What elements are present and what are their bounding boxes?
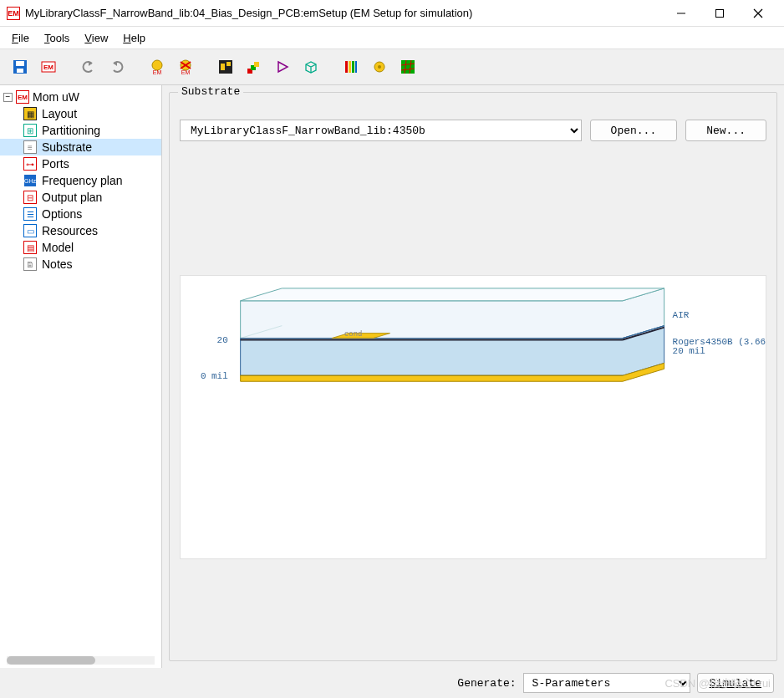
menu-help[interactable]: Help <box>116 29 152 47</box>
tree-root[interactable]: − EM Mom uW <box>0 89 161 105</box>
content-area: − EM Mom uW ▦Layout⊞Partitioning≡Substra… <box>0 85 784 668</box>
simulate-button[interactable]: Simulate <box>697 673 774 693</box>
menubar: File Tools View Help <box>0 27 784 48</box>
tree-collapse-icon[interactable]: − <box>3 93 13 102</box>
generate-select[interactable]: S-Parameters <box>523 673 690 693</box>
layers-tool-icon[interactable] <box>242 55 266 79</box>
sidebar-item-resources[interactable]: ▭Resources <box>0 222 161 239</box>
sidebar-item-label: Model <box>42 241 74 254</box>
partitioning-icon: ⊞ <box>23 124 37 137</box>
sidebar-item-label: Output plan <box>42 191 102 204</box>
substrate-visualization: 20 0 mil cond AIR Rogers4350B (3.66) 20 … <box>180 275 766 559</box>
svg-text:EM: EM <box>153 69 162 75</box>
svg-rect-17 <box>227 62 231 66</box>
material-label: Rogers4350B (3.66) <box>673 337 766 347</box>
cube-tool-icon[interactable] <box>299 55 323 79</box>
menu-tools[interactable]: Tools <box>38 29 76 47</box>
thickness-label: 20 mil <box>673 346 705 356</box>
air-label: AIR <box>673 310 690 320</box>
scale-top-label: 20 <box>217 335 228 345</box>
sidebar-item-substrate[interactable]: ≡Substrate <box>0 139 161 155</box>
options-icon: ☰ <box>23 207 37 221</box>
toolbar: EM EM EM <box>0 48 784 85</box>
notes-icon: 🗎 <box>23 257 37 271</box>
mesh-tool-icon[interactable] <box>396 55 420 79</box>
svg-point-26 <box>378 65 381 69</box>
frequency-icon: GHz <box>23 174 37 187</box>
gear-tool-icon[interactable] <box>368 55 391 79</box>
sidebar-item-label: Frequency plan <box>42 174 123 187</box>
cond-label: cond <box>344 330 362 339</box>
svg-text:EM: EM <box>43 64 53 71</box>
svg-rect-22 <box>349 61 351 73</box>
sidebar-item-label: Ports <box>42 157 69 171</box>
svg-rect-21 <box>345 61 348 73</box>
substrate-groupbox: Substrate MyLibraryClassF_NarrowBand_lib… <box>169 92 777 661</box>
svg-rect-24 <box>355 61 357 73</box>
sidebar: − EM Mom uW ▦Layout⊞Partitioning≡Substra… <box>0 85 162 668</box>
sidebar-item-label: Options <box>42 207 82 221</box>
window-title: MyLibraryClassF_NarrowBand_lib:04_Bias_D… <box>25 7 662 19</box>
svg-rect-23 <box>352 61 354 73</box>
bottom-bar: Generate: S-Parameters Simulate <box>0 668 784 698</box>
menu-file[interactable]: File <box>5 29 36 47</box>
layout-tool-icon[interactable] <box>214 55 237 79</box>
sidebar-item-label: Substrate <box>42 140 92 154</box>
sidebar-item-label: Resources <box>42 224 98 237</box>
svg-rect-1 <box>716 9 724 17</box>
groupbox-title: Substrate <box>178 85 243 98</box>
sidebar-item-ports[interactable]: ⊶Ports <box>0 155 161 172</box>
svg-rect-16 <box>221 64 225 70</box>
layout-icon: ▦ <box>23 107 37 120</box>
model-icon: ▤ <box>23 241 37 254</box>
play-tool-icon[interactable] <box>271 55 294 79</box>
svg-rect-20 <box>254 62 259 67</box>
sidebar-item-partitioning[interactable]: ⊞Partitioning <box>0 122 161 139</box>
tree: − EM Mom uW ▦Layout⊞Partitioning≡Substra… <box>0 85 161 276</box>
sidebar-item-layout[interactable]: ▦Layout <box>0 105 161 122</box>
app-icon: EM <box>7 7 20 20</box>
resources-icon: ▭ <box>23 224 37 237</box>
tree-root-label: Mom uW <box>33 90 79 104</box>
svg-text:EM: EM <box>181 69 191 75</box>
output-icon: ⊟ <box>23 191 37 204</box>
close-button[interactable] <box>739 1 777 26</box>
window-controls <box>662 1 777 26</box>
sidebar-scrollbar[interactable] <box>7 656 155 665</box>
sidebar-item-notes[interactable]: 🗎Notes <box>0 256 161 273</box>
save-icon[interactable] <box>8 55 32 79</box>
generate-label: Generate: <box>457 677 516 690</box>
menu-view[interactable]: View <box>78 29 115 47</box>
minimize-button[interactable] <box>662 1 700 26</box>
sidebar-item-label: Partitioning <box>42 124 100 137</box>
sidebar-item-label: Notes <box>42 257 73 271</box>
titlebar: EM MyLibraryClassF_NarrowBand_lib:04_Bia… <box>0 0 784 27</box>
em-delete-icon[interactable]: EM <box>174 55 197 79</box>
svg-rect-27 <box>401 60 415 74</box>
open-button[interactable]: Open... <box>590 120 678 141</box>
new-button[interactable]: New... <box>685 120 766 141</box>
substrate-icon: ≡ <box>23 140 37 154</box>
maximize-button[interactable] <box>700 1 739 26</box>
main-panel: Substrate MyLibraryClassF_NarrowBand_lib… <box>162 85 784 668</box>
em-root-icon: EM <box>16 90 29 104</box>
sidebar-item-output-plan[interactable]: ⊟Output plan <box>0 189 161 206</box>
sidebar-item-model[interactable]: ▤Model <box>0 239 161 256</box>
ports-icon: ⊶ <box>23 157 37 171</box>
sidebar-item-label: Layout <box>42 107 77 120</box>
sidebar-item-options[interactable]: ☰Options <box>0 206 161 222</box>
scale-bottom-label: 0 mil <box>201 371 228 381</box>
sidebar-item-frequency-plan[interactable]: GHzFrequency plan <box>0 172 161 189</box>
em-gear-icon[interactable]: EM <box>145 55 169 79</box>
em-save-icon[interactable]: EM <box>37 55 60 79</box>
spectrum-tool-icon[interactable] <box>339 55 363 79</box>
redo-icon[interactable] <box>105 55 129 79</box>
undo-icon[interactable] <box>77 55 100 79</box>
svg-rect-5 <box>16 61 24 66</box>
substrate-select[interactable]: MyLibraryClassF_NarrowBand_lib:4350b <box>180 120 582 141</box>
svg-rect-6 <box>17 69 23 73</box>
substrate-row: MyLibraryClassF_NarrowBand_lib:4350b Ope… <box>180 120 766 141</box>
